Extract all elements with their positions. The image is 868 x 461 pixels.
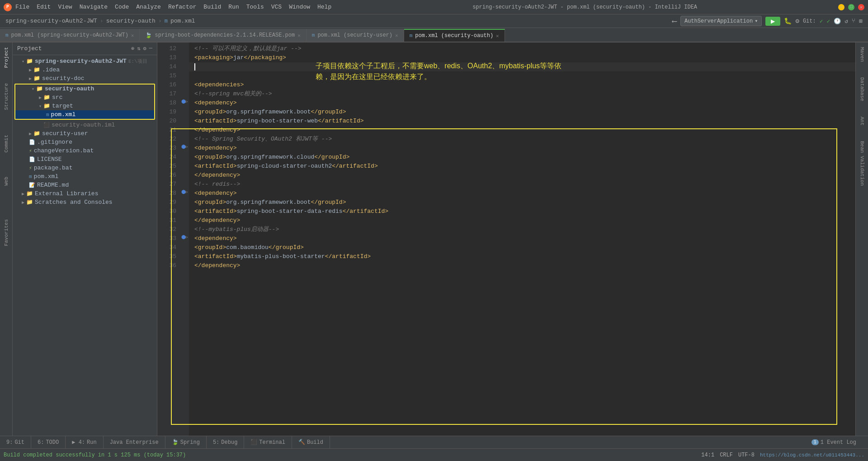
code-line-17[interactable]: <!--spring mvc相关的--> (189, 89, 855, 99)
code-line-22[interactable]: <!-- Spring Security、OAuth2 和JWT等 --> (189, 135, 855, 144)
bottom-tab-git[interactable]: 9: Git (0, 436, 31, 448)
menu-item-view[interactable]: View (58, 4, 72, 10)
more-icon[interactable]: ⚙ (795, 17, 799, 25)
breadcrumb-file[interactable]: pom.xml (170, 18, 195, 24)
nav-back-icon[interactable]: ⟵ (672, 17, 677, 26)
code-line-24[interactable]: <groupId>org.springframework.cloud</grou… (189, 153, 855, 162)
url-status[interactable]: https://blog.csdn.net/u011453443... (760, 452, 864, 458)
tab-pom.xml-(spring-secu[interactable]: mpom.xml (spring-security-oAuth2-JWT)✕ (0, 29, 140, 42)
sidebar-toolbar[interactable]: ⊕ ⇅ ⚙ — (131, 45, 152, 52)
minimize-button[interactable]: — (838, 4, 844, 10)
tree-scratches[interactable]: ▶ 📁 Scratches and Consoles (13, 198, 157, 207)
code-line-34[interactable]: <groupId>com.baomidou</groupId> (189, 243, 855, 252)
line-sep-status[interactable]: CRLF (720, 452, 733, 458)
bottom-tab-java[interactable]: Java Enterprise (104, 436, 165, 448)
sync-icon[interactable]: ⇅ (137, 45, 140, 52)
tree-license[interactable]: 📄 LICENSE (13, 155, 157, 164)
tab-close-icon[interactable]: ✕ (496, 33, 499, 39)
git-branch-icon[interactable]: ⑂ (852, 18, 855, 24)
auth-server-dropdown[interactable]: AuthServerApplication ▾ (680, 16, 762, 26)
minus-icon[interactable]: — (149, 45, 152, 52)
tree-idea[interactable]: ▶ 📁 .idea (13, 66, 157, 74)
left-tab-favorites[interactable]: Favorites (2, 216, 11, 249)
run-button[interactable]: ▶ (765, 17, 780, 26)
code-line-27[interactable]: <!-- redis--> (189, 180, 855, 189)
tree-root[interactable]: ▾ 📁 spring-security-oAuth2-JWT E:\项目 (13, 57, 157, 66)
menu-bar[interactable]: FileEditViewNavigateCodeAnalyzeRefactorB… (15, 4, 331, 10)
menu-item-file[interactable]: File (15, 4, 29, 10)
code-line-28[interactable]: <dependency> (189, 189, 855, 198)
code-line-36[interactable]: </dependency> (189, 261, 855, 270)
right-tab-bean[interactable]: Bean Validation (858, 138, 867, 188)
right-tab-maven[interactable]: Maven (858, 44, 867, 65)
code-line-20[interactable]: <artifactId>spring-boot-starter-web</art… (189, 117, 855, 126)
layout-icon[interactable]: ⊞ (859, 18, 863, 25)
left-tab-web[interactable]: Web (2, 174, 11, 188)
menu-item-refactor[interactable]: Refactor (168, 4, 196, 10)
breadcrumb-project[interactable]: spring-security-oAuth2-JWT (5, 18, 97, 24)
git-commit-icon[interactable]: ✓ (827, 18, 830, 25)
menu-item-vcs[interactable]: VCS (271, 4, 282, 10)
git-refresh-icon[interactable]: ↺ (844, 18, 848, 25)
tree-readme[interactable]: 📝 README.md (13, 181, 157, 189)
code-line-12[interactable]: <!-- 可以不用定义，默认就是jar --> (189, 44, 855, 53)
menu-item-analyze[interactable]: Analyze (136, 4, 161, 10)
bottom-tab-event-log[interactable]: 1 1 Event Log (805, 439, 863, 446)
bottom-tab-terminal[interactable]: ⬛ Terminal (244, 436, 292, 448)
tree-pom-root[interactable]: m pom.xml (13, 172, 157, 181)
tab-spring-boot-dependen[interactable]: 🍃spring-boot-dependencies-2.1.14.RELEASE… (140, 29, 306, 42)
menu-item-edit[interactable]: Edit (37, 4, 51, 10)
debug-icon[interactable]: 🐛 (784, 17, 792, 25)
menu-item-run[interactable]: Run (228, 4, 239, 10)
menu-item-help[interactable]: Help (317, 4, 331, 10)
menu-item-window[interactable]: Window (289, 4, 310, 10)
code-line-31[interactable]: </dependency> (189, 216, 855, 225)
tree-security-doc[interactable]: ▶ 📁 security-doc (13, 74, 157, 83)
git-history-icon[interactable]: 🕐 (834, 18, 841, 25)
code-editor[interactable]: <!-- 可以不用定义，默认就是jar --> <packaging>jar</… (189, 42, 855, 438)
tree-security-oauth[interactable]: ▾ 📁 security-oauth (15, 85, 154, 93)
bottom-tab-spring[interactable]: 🍃 Spring (165, 436, 207, 448)
code-line-21[interactable]: </dependency> (189, 126, 855, 135)
encoding-status[interactable]: UTF-8 (738, 452, 755, 458)
tree-package-bat[interactable]: ⚡ package.bat (13, 164, 157, 172)
code-line-26[interactable]: </dependency> (189, 171, 855, 180)
tree-iml[interactable]: ⬛ security-oauth.iml (13, 121, 157, 129)
code-line-30[interactable]: <artifactId>spring-boot-starter-data-red… (189, 207, 855, 216)
bottom-tab-build[interactable]: 🔨 Build (292, 436, 330, 448)
breadcrumb-module[interactable]: security-oauth (106, 18, 156, 24)
tab-close-icon[interactable]: ✕ (131, 33, 134, 38)
tree-src[interactable]: ▶ 📁 src (15, 93, 154, 102)
position-status[interactable]: 14:1 (701, 452, 714, 458)
code-line-35[interactable]: <artifactId>mybatis-plus-boot-starter</a… (189, 252, 855, 261)
tree-external-libs[interactable]: ▶ 📁 External Libraries (13, 189, 157, 198)
tab-pom.xml-(security-us[interactable]: mpom.xml (security-user)✕ (307, 29, 404, 42)
tree-changeversion[interactable]: ⚡ changeVersion.bat (13, 146, 157, 155)
close-button[interactable]: ✕ (858, 4, 864, 10)
tree-security-user[interactable]: ▶ 📁 security-user (13, 129, 157, 138)
tree-target[interactable]: ▾ 📁 target (15, 102, 154, 110)
bottom-tab-todo[interactable]: 6: TODO (31, 436, 66, 448)
code-line-18[interactable]: <dependency> (189, 99, 855, 108)
code-line-32[interactable]: <!--mybatis-plus启动器--> (189, 225, 855, 234)
code-line-25[interactable]: <artifactId>spring-cloud-starter-oauth2<… (189, 162, 855, 171)
code-line-23[interactable]: <dependency> (189, 144, 855, 153)
code-line-29[interactable]: <groupId>org.springframework.boot</group… (189, 198, 855, 207)
tab-close-icon[interactable]: ✕ (395, 33, 398, 38)
left-tab-structure[interactable]: Structure (2, 80, 11, 113)
menu-item-navigate[interactable]: Navigate (80, 4, 108, 10)
right-tab-ant[interactable]: Ant (858, 114, 867, 128)
left-tab-commit[interactable]: Commit (2, 132, 11, 155)
right-tab-database[interactable]: Database (858, 75, 867, 104)
left-tab-project[interactable]: Project (2, 44, 11, 71)
tree-pom-oauth[interactable]: m pom.xml (15, 110, 154, 119)
tree-gitignore[interactable]: 📄 .gitignore (13, 138, 157, 146)
code-line-33[interactable]: <dependency> (189, 234, 855, 243)
editor-content[interactable]: 1213141516171819202122232425262728293031… (157, 42, 855, 438)
tab-pom.xml-(security-oa[interactable]: mpom.xml (security-oauth)✕ (404, 29, 505, 42)
code-line-19[interactable]: <groupId>org.springframework.boot</group… (189, 108, 855, 117)
git-check-icon[interactable]: ✓ (820, 18, 823, 25)
bottom-tab-debug[interactable]: 5: Debug (207, 436, 244, 448)
menu-item-build[interactable]: Build (203, 4, 221, 10)
menu-item-tools[interactable]: Tools (246, 4, 264, 10)
